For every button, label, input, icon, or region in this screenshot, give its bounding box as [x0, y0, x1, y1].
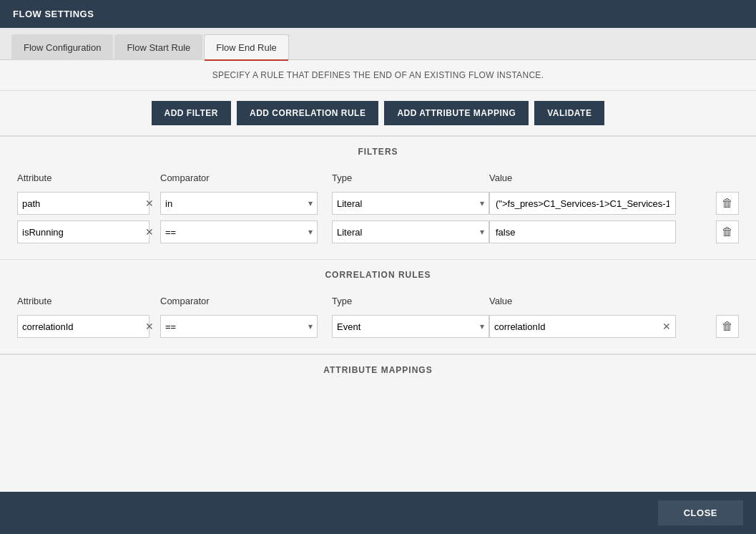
add-filter-button[interactable]: ADD FILTER — [152, 101, 231, 125]
filters-col-value: Value — [489, 173, 710, 183]
close-button[interactable]: CLOSE — [658, 500, 743, 525]
filter-row2-value-input[interactable] — [489, 220, 676, 243]
action-buttons-bar: ADD FILTER ADD CORRELATION RULE ADD ATTR… — [0, 91, 756, 136]
filter-row2-type-select[interactable]: Literal Event Flow — [337, 227, 480, 238]
filter-row1-comparator-wrapper: in == != ▾ — [160, 192, 318, 215]
filter-row1-type-cell: Literal Event Flow ▾ — [332, 192, 489, 215]
filters-col-type: Type — [332, 173, 489, 183]
filter-row2-type-cell: Literal Event Flow ▾ — [332, 220, 489, 243]
corr-row1-attribute-input-wrapper: ✕ — [17, 315, 149, 338]
filter-row1-type-select[interactable]: Literal Event Flow — [337, 198, 480, 209]
tabs-bar: Flow Configuration Flow Start Rule Flow … — [0, 28, 756, 60]
corr-row1-type-wrapper: Literal Event Flow ▾ — [332, 315, 489, 338]
table-row: ✕ in == != ▾ — [17, 220, 739, 243]
corr-row1-comparator-wrapper: in == != ▾ — [160, 315, 318, 338]
filters-col-comparator: Comparator — [160, 173, 332, 183]
correlation-header: Attribute Comparator Type Value — [17, 291, 739, 311]
corr-row1-type-select[interactable]: Literal Event Flow — [337, 321, 480, 332]
filter-row1-attribute-clear[interactable]: ✕ — [145, 198, 154, 208]
corr-col-type: Type — [332, 296, 489, 306]
corr-row1-value-cell: ✕ — [489, 315, 710, 338]
filter-row2-delete-button[interactable]: 🗑 — [716, 220, 739, 243]
filter-row2-attribute-input[interactable] — [22, 227, 142, 238]
correlation-rules-section: CORRELATION RULES Attribute Comparator T… — [0, 260, 756, 354]
corr-row1-type-cell: Literal Event Flow ▾ — [332, 315, 489, 338]
tab-flow-end-rule[interactable]: Flow End Rule — [204, 34, 289, 60]
corr-row1-delete-button[interactable]: 🗑 — [716, 315, 739, 338]
filter-row2-attribute-input-wrapper: ✕ — [17, 220, 149, 243]
corr-col-comparator: Comparator — [160, 296, 332, 306]
filters-section: FILTERS Attribute Comparator Type Value … — [0, 137, 756, 259]
filter-row1-delete-button[interactable]: 🗑 — [716, 192, 739, 215]
corr-row1-value-wrapper: ✕ — [489, 315, 676, 338]
filters-header: Attribute Comparator Type Value — [17, 168, 739, 188]
subtitle-text: SPECIFY A RULE THAT DEFINES THE END OF A… — [212, 70, 544, 80]
filter-row1-value-input[interactable] — [489, 192, 676, 215]
attribute-mappings-section: ATTRIBUTE MAPPINGS — [0, 354, 756, 397]
filter-row2-comparator-select[interactable]: in == != — [165, 227, 308, 238]
filter-row2-type-wrapper: Literal Event Flow ▾ — [332, 220, 489, 243]
filter-row2-type-arrow: ▾ — [480, 227, 484, 237]
filter-row1-comparator-select[interactable]: in == != — [165, 198, 308, 209]
content-area: SPECIFY A RULE THAT DEFINES THE END OF A… — [0, 60, 756, 492]
corr-col-value: Value — [489, 296, 710, 306]
table-row: ✕ in == != ▾ — [17, 192, 739, 215]
filter-row1-delete-cell: 🗑 — [710, 192, 739, 215]
filters-title: FILTERS — [17, 147, 739, 161]
filter-row1-attribute-input-wrapper: ✕ — [17, 192, 149, 215]
add-correlation-rule-button[interactable]: ADD CORRELATION RULE — [237, 101, 378, 125]
filter-row1-attribute-cell: ✕ — [17, 192, 160, 215]
filter-row1-value-cell — [489, 192, 710, 215]
corr-row1-delete-cell: 🗑 — [710, 315, 739, 338]
filter-row1-type-wrapper: Literal Event Flow ▾ — [332, 192, 489, 215]
corr-row1-comparator-arrow: ▾ — [308, 321, 313, 331]
modal-header: FLOW SETTINGS — [0, 0, 756, 28]
filter-row1-comparator-cell: in == != ▾ — [160, 192, 332, 215]
corr-row1-value-clear[interactable]: ✕ — [662, 321, 671, 331]
filter-row2-comparator-cell: in == != ▾ — [160, 220, 332, 243]
corr-row1-attribute-input[interactable] — [22, 321, 142, 332]
filter-row2-value-cell — [489, 220, 710, 243]
filter-row2-comparator-wrapper: in == != ▾ — [160, 220, 318, 243]
tab-flow-configuration[interactable]: Flow Configuration — [11, 34, 113, 60]
filter-row1-attribute-input[interactable] — [22, 198, 142, 209]
attribute-mappings-title: ATTRIBUTE MAPPINGS — [17, 365, 739, 379]
filter-row2-comparator-arrow: ▾ — [308, 227, 313, 237]
corr-row1-attribute-clear[interactable]: ✕ — [145, 321, 154, 331]
filter-row2-attribute-cell: ✕ — [17, 220, 160, 243]
corr-row1-trash-icon: 🗑 — [722, 320, 733, 333]
modal-container: FLOW SETTINGS Flow Configuration Flow St… — [0, 0, 756, 534]
corr-col-attribute: Attribute — [17, 296, 160, 306]
filter-row2-attribute-clear[interactable]: ✕ — [145, 227, 154, 237]
correlation-rules-title: CORRELATION RULES — [17, 270, 739, 284]
corr-row1-value-input[interactable] — [494, 321, 659, 332]
filters-col-attribute: Attribute — [17, 173, 160, 183]
filter-row1-comparator-arrow: ▾ — [308, 198, 313, 208]
corr-row1-type-arrow: ▾ — [480, 321, 484, 331]
table-row: ✕ in == != ▾ — [17, 315, 739, 338]
add-attribute-mapping-button[interactable]: ADD ATTRIBUTE MAPPING — [384, 101, 529, 125]
subtitle-bar: SPECIFY A RULE THAT DEFINES THE END OF A… — [0, 60, 756, 91]
corr-row1-comparator-cell: in == != ▾ — [160, 315, 332, 338]
filter-row2-trash-icon: 🗑 — [722, 225, 733, 238]
validate-button[interactable]: VALIDATE — [534, 101, 604, 125]
filter-row1-type-arrow: ▾ — [480, 198, 484, 208]
filter-row1-trash-icon: 🗑 — [722, 197, 733, 210]
modal-footer: CLOSE — [0, 492, 756, 534]
corr-row1-attribute-cell: ✕ — [17, 315, 160, 338]
corr-row1-comparator-select[interactable]: in == != — [165, 321, 308, 332]
modal-title: FLOW SETTINGS — [13, 9, 94, 19]
filter-row2-delete-cell: 🗑 — [710, 220, 739, 243]
modal-body: Flow Configuration Flow Start Rule Flow … — [0, 28, 756, 492]
tab-flow-start-rule[interactable]: Flow Start Rule — [114, 34, 202, 60]
